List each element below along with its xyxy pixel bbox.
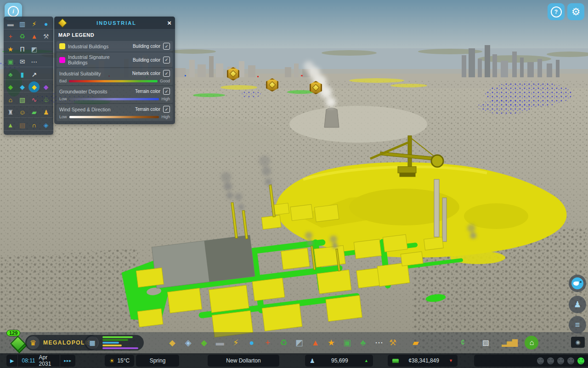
legend-row-type: Building color bbox=[133, 58, 160, 63]
demand-bar-1 bbox=[102, 336, 133, 338]
tool-city-information[interactable]: ▧ bbox=[479, 336, 492, 350]
infoview-industrial[interactable]: ◆ bbox=[28, 81, 40, 92]
infoview-economy[interactable]: ▰ bbox=[28, 107, 40, 118]
money-widget[interactable]: ¢38,341,849 ▼ bbox=[388, 355, 458, 367]
city-name-widget[interactable]: New Dollarton bbox=[208, 355, 279, 367]
tool-education[interactable]: ◩ bbox=[293, 336, 306, 350]
tool-fire-rescue[interactable]: ▲ bbox=[308, 336, 322, 350]
sun-icon: ☀ bbox=[109, 357, 115, 364]
temperature-value: 15°C bbox=[117, 357, 130, 364]
infoview-terrain[interactable]: ▲ bbox=[5, 120, 16, 131]
infoview-tourism[interactable]: ▮ bbox=[17, 69, 28, 80]
infoview-item[interactable] bbox=[40, 56, 51, 67]
infoview-commercial[interactable]: ◆ bbox=[17, 81, 28, 92]
infoview-noise[interactable]: ∩ bbox=[28, 120, 40, 131]
happiness-level-5 bbox=[577, 357, 584, 364]
legend-checkbox[interactable]: ✓ bbox=[163, 106, 170, 113]
infoview-garbage[interactable]: ♻ bbox=[17, 31, 28, 42]
play-button[interactable]: ▶ bbox=[6, 355, 17, 367]
legend-swatch-rows: Industrial Buildings Building color ✓ In… bbox=[54, 41, 175, 67]
legend-industrial-buildings: Industrial Buildings Building color ✓ bbox=[57, 41, 173, 52]
tool-transportation[interactable]: ▣ bbox=[340, 336, 354, 350]
tool-roads[interactable]: ▬ bbox=[213, 336, 227, 350]
infoview-soil[interactable]: ▤ bbox=[17, 120, 28, 131]
tool-statistics[interactable]: ▂▅▇ bbox=[502, 336, 515, 350]
legend-wind-speed-direction: Wind Speed & Direction Terrain color ✓ L… bbox=[57, 104, 173, 121]
temperature-widget[interactable]: ☀ 15°C bbox=[105, 355, 134, 367]
infoview-police[interactable]: ★ bbox=[5, 44, 16, 55]
development-points-badge: 129 bbox=[6, 330, 20, 336]
legend-checkbox[interactable]: ✓ bbox=[163, 43, 170, 50]
season-widget: Spring bbox=[136, 355, 179, 367]
tool-progression[interactable]: ⌂ bbox=[525, 336, 538, 350]
infoview-healthcare[interactable]: + bbox=[5, 31, 16, 42]
infoview-natural-resources[interactable]: ▧ bbox=[17, 94, 28, 105]
infoview-fire-rescue[interactable]: ▲ bbox=[28, 31, 40, 42]
infoview-maintenance[interactable]: ⚒ bbox=[40, 31, 51, 42]
tool-police[interactable]: ★ bbox=[324, 336, 338, 350]
infoview-workplaces[interactable]: ♟ bbox=[40, 107, 51, 118]
tool-areas[interactable]: ◆ bbox=[197, 336, 211, 350]
tool-economy[interactable]: ¢ bbox=[456, 336, 469, 350]
legend-row-type: Terrain color bbox=[135, 89, 160, 94]
demand-bar-5 bbox=[102, 347, 138, 349]
infoview-education[interactable]: ◩ bbox=[28, 44, 40, 55]
legend-groundwater-deposits: Groundwater Deposits Terrain color ✓ Low… bbox=[57, 86, 173, 103]
infoview-parks[interactable]: ♣ bbox=[5, 69, 16, 80]
infoview-electricity[interactable]: ⚡ bbox=[28, 18, 40, 29]
journal-button[interactable]: ≡ bbox=[569, 316, 586, 334]
tool-communications[interactable]: ⋯ bbox=[372, 336, 386, 350]
legend-checkbox[interactable]: ✓ bbox=[163, 57, 170, 63]
fast-forward-button[interactable]: ▸▸▸ bbox=[60, 355, 75, 367]
tool-zones[interactable]: ◆ bbox=[165, 336, 179, 350]
tool-signature-buildings[interactable]: ◈ bbox=[181, 336, 195, 350]
tool-water-sewage[interactable]: ● bbox=[245, 336, 259, 350]
infoview-office[interactable]: ◆ bbox=[40, 81, 51, 92]
infoview-roads[interactable]: ▬ bbox=[5, 18, 16, 29]
infoview-happiness[interactable]: ☺ bbox=[17, 107, 28, 118]
tool-healthcare[interactable]: + bbox=[261, 336, 275, 350]
infoview-greenery[interactable]: ♧ bbox=[40, 94, 51, 105]
tool-garbage[interactable]: ♻ bbox=[277, 336, 290, 350]
chirper-button[interactable] bbox=[569, 275, 586, 292]
infoview-post[interactable]: ✉ bbox=[17, 56, 28, 67]
industrial-diamond-icon bbox=[269, 81, 276, 89]
happiness-widget[interactable] bbox=[474, 355, 588, 367]
progression-map-button[interactable] bbox=[10, 336, 25, 351]
infoview-buildings[interactable]: ▥ bbox=[17, 18, 28, 29]
help-button[interactable]: ? bbox=[548, 3, 565, 20]
legend-checkbox[interactable]: ✓ bbox=[163, 70, 170, 77]
infoview-item[interactable] bbox=[40, 69, 51, 80]
close-icon[interactable]: × bbox=[167, 19, 171, 26]
infoview-landmarks[interactable]: ♜ bbox=[5, 107, 16, 118]
population-value: 95,699 bbox=[331, 357, 348, 364]
infoview-item[interactable] bbox=[40, 44, 51, 55]
infoview-transportation[interactable]: ▣ bbox=[5, 56, 16, 67]
infoview-water-sewage[interactable]: ● bbox=[40, 18, 51, 29]
legend-title: INDUSTRIAL bbox=[66, 20, 167, 26]
gradient-min-label: Bad bbox=[59, 79, 67, 83]
demand-widget[interactable]: ▦ bbox=[85, 335, 144, 351]
followed-citizen-button[interactable]: ♟ bbox=[569, 296, 586, 313]
settings-button[interactable]: ⚙ bbox=[567, 3, 584, 20]
infoview-administration[interactable]: Π bbox=[17, 44, 28, 55]
infoview-land-value[interactable]: ⌂ bbox=[5, 94, 16, 105]
infoview-statistics[interactable]: ∿ bbox=[28, 94, 40, 105]
infoview-residential[interactable]: ◆ bbox=[5, 81, 16, 92]
tool-electricity[interactable]: ⚡ bbox=[229, 336, 243, 350]
city-demand-icon: ▦ bbox=[86, 336, 99, 349]
infoview-telecom[interactable]: ⋯ bbox=[28, 56, 40, 67]
legend-checkbox[interactable]: ✓ bbox=[163, 88, 170, 95]
gradient-max-label: Good bbox=[160, 79, 170, 83]
infoview-routes[interactable]: ↗ bbox=[28, 69, 40, 80]
population-widget[interactable]: ♟ 95,699 ▲ bbox=[305, 355, 373, 367]
gradient-bar bbox=[69, 116, 159, 118]
tool-bulldozer[interactable]: ▰ bbox=[409, 336, 423, 350]
infoview-water-features[interactable]: ◈ bbox=[40, 120, 51, 131]
photo-mode-button[interactable]: ◉ bbox=[571, 337, 585, 348]
citizen-icon: ♟ bbox=[574, 299, 581, 310]
tool-parks-recreation[interactable]: ♣ bbox=[356, 336, 370, 350]
happiness-level-1 bbox=[537, 357, 544, 364]
tool-terraforming[interactable]: ⚒ bbox=[386, 336, 400, 350]
legend-color-swatch bbox=[59, 57, 65, 63]
